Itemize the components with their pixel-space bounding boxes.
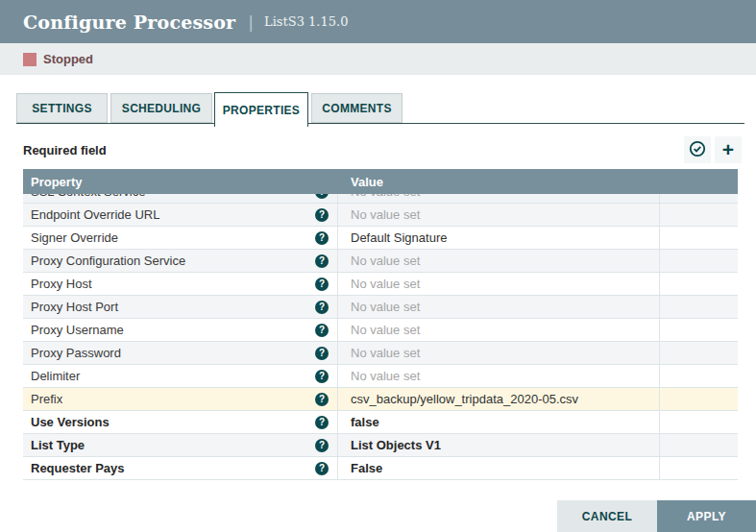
row-extra-cell bbox=[660, 365, 738, 387]
stopped-status-icon bbox=[23, 53, 37, 66]
property-cell: Proxy Password? bbox=[23, 342, 338, 364]
dialog-title: Configure Processor bbox=[23, 12, 235, 33]
property-cell: SSL Context Service? bbox=[23, 194, 338, 203]
property-cell: Signer Override? bbox=[23, 227, 338, 249]
property-cell: Prefix? bbox=[23, 388, 338, 410]
property-cell: List Type? bbox=[23, 434, 338, 456]
property-cell: Proxy Configuration Service? bbox=[23, 250, 338, 272]
apply-button[interactable]: APPLY bbox=[657, 500, 756, 532]
property-name: Delimiter bbox=[23, 369, 80, 383]
property-table: Property Value SSL Context Service?No va… bbox=[23, 169, 738, 480]
tab-properties[interactable]: PROPERTIES bbox=[214, 92, 308, 127]
help-icon[interactable]: ? bbox=[315, 324, 329, 337]
table-row[interactable]: Prefix?csv_backup/yellow_tripdata_2020-0… bbox=[23, 388, 738, 411]
value-cell[interactable]: No value set bbox=[338, 273, 660, 295]
value-cell[interactable]: No value set bbox=[338, 194, 660, 203]
tab-bar: SETTINGS SCHEDULING PROPERTIES COMMENTS bbox=[0, 92, 756, 128]
table-row[interactable]: Delimiter?No value set bbox=[23, 365, 738, 388]
column-header-property: Property bbox=[23, 175, 338, 189]
property-name: Prefix bbox=[23, 392, 62, 406]
row-extra-cell bbox=[660, 227, 738, 249]
help-icon[interactable]: ? bbox=[315, 194, 329, 199]
property-cell: Endpoint Override URL? bbox=[23, 204, 338, 226]
property-name: Use Versions bbox=[23, 415, 110, 429]
status-bar: Stopped bbox=[0, 43, 756, 75]
row-extra-cell bbox=[660, 250, 738, 272]
value-cell[interactable]: csv_backup/yellow_tripdata_2020-05.csv bbox=[338, 388, 660, 410]
property-table-body: SSL Context Service?No value setEndpoint… bbox=[23, 194, 738, 480]
table-row[interactable]: Proxy Username?No value set bbox=[23, 319, 738, 342]
cancel-button[interactable]: CANCEL bbox=[557, 500, 657, 532]
help-icon[interactable]: ? bbox=[315, 208, 329, 222]
property-cell: Use Versions? bbox=[23, 411, 338, 433]
required-field-row: Required field + bbox=[23, 135, 742, 164]
row-extra-cell bbox=[660, 457, 738, 479]
value-cell[interactable]: Default Signature bbox=[338, 227, 660, 249]
value-cell[interactable]: No value set bbox=[338, 250, 660, 272]
property-name: Proxy Host bbox=[23, 277, 92, 291]
add-property-button[interactable]: + bbox=[715, 136, 742, 163]
value-cell[interactable]: No value set bbox=[338, 365, 660, 387]
table-row[interactable]: Endpoint Override URL?No value set bbox=[23, 204, 738, 227]
property-cell: Proxy Host? bbox=[23, 273, 338, 295]
row-extra-cell bbox=[660, 273, 738, 295]
value-cell[interactable]: No value set bbox=[338, 319, 660, 341]
row-extra-cell bbox=[660, 296, 738, 318]
help-icon[interactable]: ? bbox=[315, 301, 329, 314]
required-field-label: Required field bbox=[23, 143, 107, 157]
table-row[interactable]: List Type?List Objects V1 bbox=[23, 434, 738, 457]
column-header-value: Value bbox=[338, 175, 660, 189]
help-icon[interactable]: ? bbox=[315, 278, 329, 291]
table-row[interactable]: Requester Pays?False bbox=[23, 457, 738, 480]
help-icon[interactable]: ? bbox=[315, 231, 329, 245]
value-cell[interactable]: No value set bbox=[338, 296, 660, 318]
value-cell[interactable]: False bbox=[338, 457, 660, 479]
table-row[interactable]: SSL Context Service?No value set bbox=[23, 194, 738, 204]
row-extra-cell bbox=[660, 342, 738, 364]
table-row[interactable]: Signer Override?Default Signature bbox=[23, 227, 738, 250]
row-extra-cell bbox=[660, 434, 738, 456]
tab-scheduling[interactable]: SCHEDULING bbox=[110, 93, 212, 123]
property-name: Endpoint Override URL bbox=[23, 207, 159, 222]
table-row[interactable]: Proxy Configuration Service?No value set bbox=[23, 250, 738, 273]
row-extra-cell bbox=[660, 388, 738, 410]
help-icon[interactable]: ? bbox=[315, 416, 329, 429]
configure-processor-dialog: Configure Processor | ListS3 1.15.0 Stop… bbox=[0, 0, 756, 532]
title-separator: | bbox=[248, 12, 254, 32]
help-icon[interactable]: ? bbox=[315, 393, 329, 406]
dialog-header: Configure Processor | ListS3 1.15.0 bbox=[0, 0, 756, 43]
property-cell: Delimiter? bbox=[23, 365, 338, 387]
table-header: Property Value bbox=[23, 169, 738, 194]
property-cell: Proxy Username? bbox=[23, 319, 338, 341]
dialog-footer: CANCEL APPLY bbox=[557, 500, 756, 532]
table-row[interactable]: Use Versions?false bbox=[23, 411, 738, 434]
value-cell[interactable]: List Objects V1 bbox=[338, 434, 660, 456]
check-circle-icon bbox=[689, 140, 706, 160]
table-row[interactable]: Proxy Host Port?No value set bbox=[23, 296, 738, 319]
property-name: Proxy Host Port bbox=[23, 300, 118, 314]
tab-comments[interactable]: COMMENTS bbox=[311, 93, 402, 123]
row-extra-cell bbox=[660, 411, 738, 433]
property-name: SSL Context Service bbox=[23, 194, 145, 199]
table-row[interactable]: Proxy Password?No value set bbox=[23, 342, 738, 365]
tab-underline bbox=[16, 123, 744, 124]
property-name: Requester Pays bbox=[23, 461, 125, 475]
row-extra-cell bbox=[660, 194, 738, 203]
help-icon[interactable]: ? bbox=[315, 439, 329, 452]
row-extra-cell bbox=[660, 204, 738, 226]
tab-settings[interactable]: SETTINGS bbox=[16, 93, 108, 123]
help-icon[interactable]: ? bbox=[315, 462, 329, 475]
help-icon[interactable]: ? bbox=[315, 347, 329, 360]
help-icon[interactable]: ? bbox=[315, 370, 329, 383]
value-cell[interactable]: No value set bbox=[338, 204, 660, 226]
status-label: Stopped bbox=[43, 52, 93, 66]
verify-properties-button[interactable] bbox=[684, 136, 711, 163]
row-extra-cell bbox=[660, 319, 738, 341]
property-name: Proxy Username bbox=[23, 323, 124, 337]
value-cell[interactable]: No value set bbox=[338, 342, 660, 364]
property-name: List Type bbox=[23, 438, 85, 452]
value-cell[interactable]: false bbox=[338, 411, 660, 433]
help-icon[interactable]: ? bbox=[315, 254, 329, 268]
property-name: Proxy Configuration Service bbox=[23, 254, 185, 268]
table-row[interactable]: Proxy Host?No value set bbox=[23, 273, 738, 296]
